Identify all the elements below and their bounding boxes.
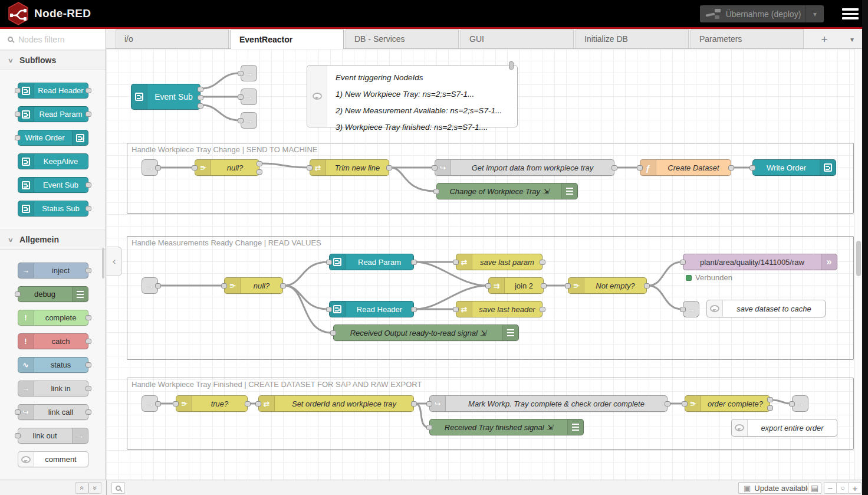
palette-node-link-in[interactable]: → link in (18, 381, 88, 396)
switch-icon: ⋔ (176, 396, 192, 411)
node-link-out[interactable]: → (683, 301, 699, 317)
wire[interactable] (262, 163, 308, 168)
zoom-out-button[interactable]: − (824, 482, 837, 494)
palette-node-debug[interactable]: debug (18, 286, 88, 302)
node-link-in[interactable]: → (142, 277, 158, 294)
tab-initialize-db[interactable]: Initialize DB (576, 29, 689, 48)
node-link-call-get-import[interactable]: ↪ Get import data from workpiece tray (435, 159, 614, 176)
search-flows-button[interactable] (111, 482, 125, 494)
palette-node-status-sub[interactable]: Status Sub (18, 201, 88, 217)
node-switch-null[interactable]: ⋔ null? (195, 159, 259, 176)
wire[interactable] (648, 286, 682, 309)
tab-gui[interactable]: GUI (461, 29, 574, 48)
deploy-caret-icon[interactable]: ▾ (806, 10, 824, 18)
chevron-left-icon: ‹ (113, 255, 116, 267)
palette-node-link-call[interactable]: ↪ link call (18, 404, 88, 420)
wire[interactable] (390, 168, 435, 191)
palette-scrollbar[interactable] (102, 248, 104, 278)
node-link-in[interactable]: → (142, 395, 158, 412)
node-function-create-dataset[interactable]: ƒ Create Dataset (640, 159, 731, 176)
palette-node-comment[interactable]: comment (18, 451, 88, 467)
node-debug-change-of-tray[interactable]: Change of Workpiece Tray ⇲ (436, 183, 578, 199)
palette-node-event-sub[interactable]: Event Sub (18, 177, 88, 193)
wire[interactable] (202, 105, 239, 120)
node-link-out[interactable]: → (241, 65, 257, 81)
collapse-all-button[interactable]: « (75, 482, 88, 494)
node-change-set-orderid[interactable]: ⇄ Set orderId and workpiece tray (258, 395, 414, 412)
wire[interactable] (648, 262, 682, 286)
node-link-out[interactable]: → (241, 88, 257, 105)
expand-all-button[interactable]: » (88, 482, 101, 494)
node-debug-received-output[interactable]: Received Output ready-to-read signal ⇲ (333, 324, 519, 341)
node-subflow-write-order[interactable]: Write Order (752, 159, 836, 176)
palette-node-read-header[interactable]: Read Header (18, 83, 88, 99)
node-switch-not-empty[interactable]: ⋔ Not empty? (568, 277, 647, 294)
node-join-2[interactable]: ⇉ join 2 (488, 277, 544, 294)
node-change-save-last-param[interactable]: ⇄ save last param (456, 254, 542, 270)
wire[interactable] (284, 286, 328, 309)
subflow-icon (72, 130, 88, 145)
debug-list-icon (567, 419, 583, 435)
update-available-button[interactable]: ▣ Update available (738, 482, 817, 494)
node-debug-received-tray[interactable]: Received Tray finished signal ⇲ (429, 419, 584, 435)
palette-search[interactable] (0, 29, 106, 50)
wire[interactable] (284, 262, 328, 286)
subflow-icon (18, 201, 34, 216)
node-switch-null2[interactable]: ⋔ null? (224, 277, 283, 294)
node-event-sub[interactable]: Event Sub (131, 84, 200, 110)
canvas-vertical-scrollbar[interactable] (854, 49, 862, 480)
node-comment-export-order[interactable]: export entire order (731, 419, 837, 437)
scrollbar-thumb[interactable] (856, 241, 861, 276)
comment-bubble-icon (313, 93, 322, 100)
flow-canvas[interactable]: Event Sub → → → Event triggering NodeIds… (106, 49, 854, 480)
node-change-trim[interactable]: ⇄ Trim new line (310, 159, 389, 176)
search-input[interactable] (18, 35, 95, 44)
node-info-comment[interactable]: Event triggering NodeIds 1) New Workpiec… (307, 65, 518, 127)
palette-node-inject[interactable]: → inject (18, 263, 88, 278)
node-link-call-mark-workp[interactable]: ↪ Mark Workp. Tray complete & check orde… (429, 395, 668, 412)
deploy-label: Übernahme (deploy) (721, 9, 805, 19)
main-menu-icon[interactable] (842, 8, 859, 19)
link-in-icon: → (146, 281, 154, 290)
wire[interactable] (202, 73, 239, 88)
mqtt-status: Verbunden (686, 273, 732, 282)
zoom-reset-button[interactable]: ○ (836, 482, 849, 494)
flow-list-caret-icon[interactable]: ▾ (850, 35, 854, 44)
navigator-button[interactable]: ▤ (808, 482, 821, 494)
zoom-in-button[interactable]: + (849, 482, 862, 494)
wire[interactable] (771, 400, 791, 404)
wire[interactable] (415, 404, 428, 427)
tab-db-services[interactable]: DB - Services (346, 29, 459, 48)
node-link-out[interactable]: → (241, 112, 257, 129)
node-link-out[interactable]: → (792, 395, 808, 412)
add-flow-button[interactable]: + (817, 33, 831, 46)
category-subflows[interactable]: ∨ Subflows (0, 50, 106, 70)
deploy-button[interactable]: Übernahme (deploy) ▾ (700, 5, 824, 22)
palette-node-link-out[interactable]: link out → (18, 428, 88, 444)
node-subflow-read-header[interactable]: Read Header (329, 301, 414, 317)
search-icon (116, 486, 121, 491)
node-subflow-read-param[interactable]: Read Param (329, 254, 414, 270)
tab-io[interactable]: i/o (116, 29, 229, 48)
palette-node-catch[interactable]: ! catch (18, 333, 88, 349)
palette-collapse-handle[interactable]: ‹ (107, 247, 122, 276)
tab-parameters[interactable]: Parameters (691, 29, 804, 48)
category-allgemein[interactable]: ∨ Allgemein (0, 230, 106, 250)
node-switch-order-complete[interactable]: ⋔ order complete? (685, 395, 770, 412)
palette-node-write-order[interactable]: Write Order (18, 130, 88, 146)
node-switch-true[interactable]: ⋔ true? (176, 395, 248, 412)
node-comment-save-cache[interactable]: save dataset to cache (706, 300, 826, 317)
palette-node-read-param[interactable]: Read Param (18, 106, 88, 122)
palette-node-complete[interactable]: ! complete (18, 310, 88, 326)
tab-eventreactor[interactable]: EventReactor (231, 29, 344, 49)
node-mqtt-out[interactable]: plant/area/quality/1411005/raw » (683, 254, 837, 270)
node-link-in[interactable]: → (142, 159, 158, 176)
chevron-down-icon: ∨ (8, 57, 14, 64)
palette-node-status[interactable]: ∿ status (18, 357, 88, 373)
connected-dot-icon (686, 275, 692, 281)
switch-icon: ⋔ (195, 160, 211, 175)
plus-icon: + (853, 483, 858, 493)
palette-node-keepalive[interactable]: KeepAlive (18, 153, 88, 169)
node-change-save-last-header[interactable]: ⇄ save last header (456, 301, 542, 317)
exclamation-icon: ! (18, 334, 34, 349)
